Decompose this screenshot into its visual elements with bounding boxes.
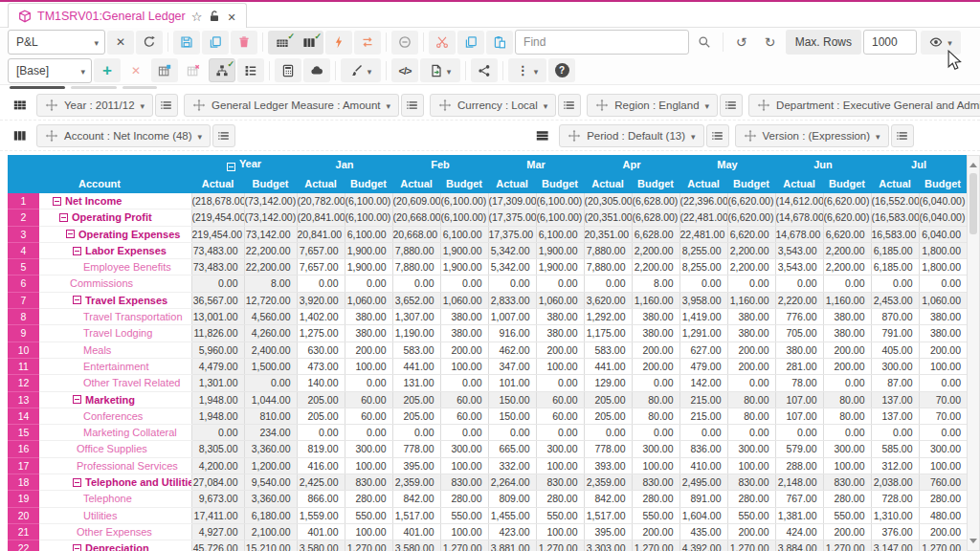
grid-cell[interactable]: 100.00	[440, 523, 488, 540]
grid-cell[interactable]: 347.00	[488, 358, 536, 374]
grid-cell[interactable]: 131.00	[392, 375, 440, 391]
collapse-icon[interactable]	[73, 247, 81, 255]
grid-cell[interactable]: 0.00	[191, 276, 244, 292]
account-cell[interactable]: Employee Benefits	[39, 259, 191, 276]
grid-cell[interactable]: (20,351.00)	[584, 209, 632, 226]
grid-cell[interactable]: 550.00	[727, 507, 775, 523]
grid-cell[interactable]: 1,402.00	[297, 309, 345, 325]
grid-cell[interactable]: 1,275.00	[297, 325, 345, 342]
grid-cell[interactable]: 300.00	[919, 441, 967, 457]
row-number[interactable]: 17	[8, 457, 39, 474]
hierarchy-view-button[interactable]	[209, 58, 235, 82]
row-number[interactable]: 13	[8, 391, 39, 408]
grid-cell[interactable]: (6,040.00)	[919, 209, 967, 226]
grid-cell[interactable]: 205.00	[584, 408, 632, 424]
grid-cell[interactable]: 22,481.00	[679, 226, 727, 242]
row-number[interactable]: 22	[8, 540, 39, 551]
grid-cell[interactable]: 7,880.00	[392, 259, 440, 276]
grid-cell[interactable]: 300.00	[727, 441, 775, 457]
grid-cell[interactable]: 866.00	[297, 491, 345, 507]
grid-cell[interactable]: 435.00	[679, 523, 727, 540]
grid-cell[interactable]: 142.00	[679, 375, 727, 391]
grid-cell[interactable]: 27,084.00	[191, 474, 244, 491]
grid-cell[interactable]: 200.00	[823, 523, 871, 540]
account-cell[interactable]: Other Travel Related	[39, 375, 191, 391]
grid-cell[interactable]: (20,668.00)	[392, 209, 440, 226]
grid-cell[interactable]: (6,100.00)	[345, 209, 392, 226]
grid-cell[interactable]: 129.00	[584, 375, 632, 391]
measure-header[interactable]: Actual	[488, 174, 536, 193]
more-options-button[interactable]	[508, 58, 546, 82]
grid-cell[interactable]: (14,612.00)	[775, 193, 823, 209]
grid-cell[interactable]: (17,375.00)	[488, 209, 536, 226]
grid-cell[interactable]: 100.00	[536, 523, 584, 540]
collapse-icon[interactable]	[73, 544, 81, 551]
grid-cell[interactable]: 7,880.00	[392, 242, 440, 258]
grid-cell[interactable]: 767.00	[775, 491, 823, 507]
delete-sheet-button[interactable]	[180, 58, 207, 82]
row-number[interactable]: 20	[8, 507, 39, 523]
grid-cell[interactable]: 11,826.00	[191, 325, 244, 342]
grid-cell[interactable]: 3,303.00	[584, 540, 632, 551]
grid-cell[interactable]: 579.00	[775, 441, 823, 457]
grid-cell[interactable]: 80.00	[727, 408, 775, 424]
grid-cell[interactable]: 0.00	[679, 276, 727, 292]
grid-cell[interactable]: 200.00	[727, 523, 775, 540]
grid-cell[interactable]: 1,060.00	[440, 292, 488, 308]
grid-cell[interactable]: 728.00	[871, 491, 919, 507]
grid-cell[interactable]: 1,900.00	[536, 259, 584, 276]
grid-cell[interactable]: (6,628.00)	[632, 209, 679, 226]
vertical-scrollbar[interactable]	[967, 155, 980, 551]
measure-header[interactable]: Budget	[919, 174, 967, 193]
grid-cell[interactable]: (6,100.00)	[345, 193, 392, 209]
format-button[interactable]	[341, 58, 381, 82]
grid-cell[interactable]: 312.00	[871, 457, 919, 474]
dimension-chip-department[interactable]: Department : Executive General and Admin…	[748, 94, 980, 117]
grid-cell[interactable]: 3,580.00	[297, 540, 345, 551]
grid-cell[interactable]: 842.00	[392, 491, 440, 507]
grid-cell[interactable]: 2,495.00	[679, 474, 727, 491]
recalculate-button[interactable]	[325, 31, 352, 55]
account-cell[interactable]: Travel Lodging	[39, 325, 191, 342]
grid-cell[interactable]: 137.00	[871, 391, 919, 408]
grid-cell[interactable]: 5,342.00	[488, 242, 536, 258]
grid-cell[interactable]: 1,060.00	[919, 292, 967, 308]
grid-cell[interactable]: 760.00	[919, 474, 967, 491]
grid-cell[interactable]: 234.00	[244, 425, 297, 441]
grid-cell[interactable]: 100.00	[536, 358, 584, 374]
row-number[interactable]: 16	[8, 441, 39, 457]
grid-cell[interactable]: 60.00	[440, 408, 488, 424]
grid-cell[interactable]: 3,147.00	[871, 540, 919, 551]
grid-cell[interactable]: 2,200.00	[727, 259, 775, 276]
grid-cell[interactable]: 830.00	[536, 474, 584, 491]
measure-header[interactable]: Actual	[297, 174, 345, 193]
measure-header[interactable]: Actual	[191, 174, 244, 193]
account-cell[interactable]: Meals	[39, 342, 191, 358]
grid-cell[interactable]: 1,381.00	[775, 507, 823, 523]
grid-cell[interactable]: (6,620.00)	[823, 209, 871, 226]
account-cell[interactable]: Office Supplies	[39, 441, 191, 457]
grid-cell[interactable]: 830.00	[823, 474, 871, 491]
grid-cell[interactable]: 0.00	[871, 425, 919, 441]
grid-cell[interactable]: 22,200.00	[244, 259, 297, 276]
grid-cell[interactable]: (6,040.00)	[919, 193, 967, 209]
grid-cell[interactable]: 20,668.00	[392, 226, 440, 242]
grid-cell[interactable]: 4,560.00	[244, 309, 297, 325]
grid-cell[interactable]: (6,100.00)	[440, 209, 488, 226]
grid-cell[interactable]: 280.00	[536, 491, 584, 507]
grid-cell[interactable]: 3,958.00	[679, 292, 727, 308]
row-number[interactable]: 21	[8, 523, 39, 540]
grid-cell[interactable]: 0.00	[488, 425, 536, 441]
grid-cell[interactable]: 6,100.00	[536, 226, 584, 242]
grid-cell[interactable]: 1,060.00	[345, 292, 392, 308]
refresh-button[interactable]	[136, 31, 163, 55]
grid-cell[interactable]: 1,900.00	[440, 242, 488, 258]
grid-cell[interactable]: 3,543.00	[775, 259, 823, 276]
period-group-header[interactable]: May	[679, 155, 775, 174]
grid-cell[interactable]: 550.00	[345, 507, 392, 523]
grid-cell[interactable]: 810.00	[244, 408, 297, 424]
max-rows-input[interactable]	[863, 30, 917, 55]
grid-cell[interactable]: 480.00	[919, 507, 967, 523]
grid-cell[interactable]: 300.00	[871, 358, 919, 374]
grid-cell[interactable]: 416.00	[297, 457, 345, 474]
